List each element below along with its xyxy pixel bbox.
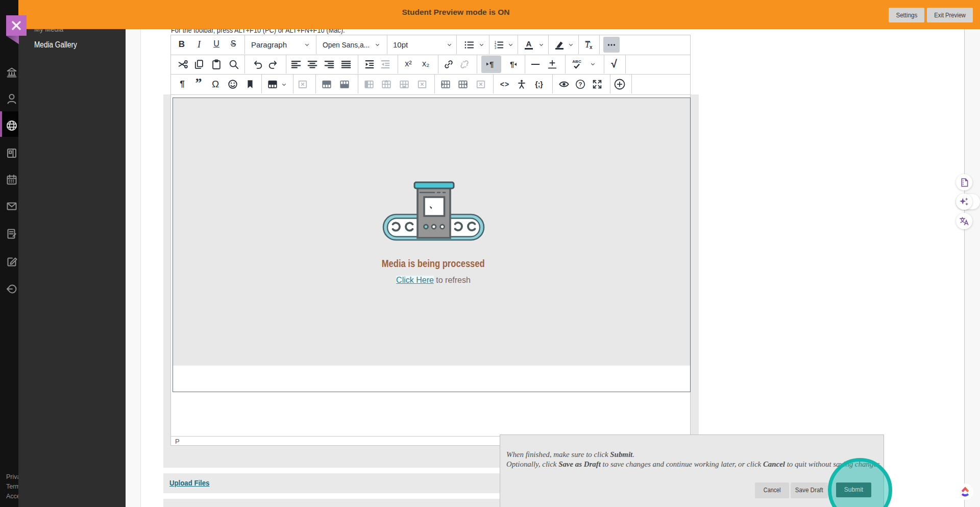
svg-text:¶: ¶ xyxy=(510,60,514,68)
svg-text:3: 3 xyxy=(494,45,496,49)
svg-text:?: ? xyxy=(579,81,582,87)
svg-text:¶: ¶ xyxy=(489,60,494,68)
svg-text:x: x xyxy=(590,44,593,50)
svg-text:ABC: ABC xyxy=(572,59,581,64)
svg-text:A: A xyxy=(526,39,531,48)
